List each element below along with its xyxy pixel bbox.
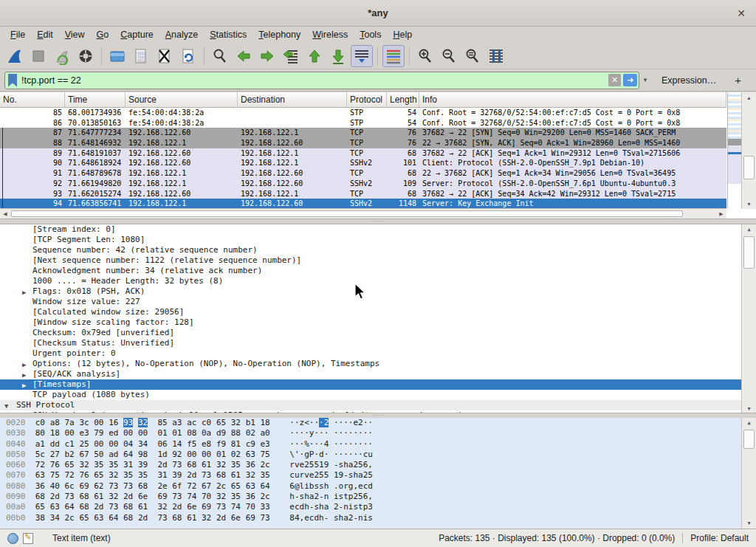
reload-file-icon[interactable] <box>177 45 199 67</box>
packet-row-88[interactable]: 8871.648146932192.168.122.1192.168.122.6… <box>0 138 726 148</box>
detail-line[interactable]: Sequence number: 42 (relative sequence n… <box>0 245 756 255</box>
detail-line[interactable]: ▶Options: (12 bytes), No-Operation (NOP)… <box>0 359 756 369</box>
detail-line[interactable]: 1000 .... = Header Length: 32 bytes (8) <box>0 276 756 286</box>
menu-wireless[interactable]: Wireless <box>306 28 354 41</box>
detail-line[interactable]: ▶[Timestamps] <box>0 379 756 390</box>
status-profile[interactable]: Profile: Default <box>690 533 749 543</box>
detail-line[interactable]: TCP payload (1080 bytes) <box>0 390 756 400</box>
scroll-down-icon[interactable]: ▼ <box>742 518 756 529</box>
menu-view[interactable]: View <box>59 28 91 41</box>
packet-list-vscrollbar[interactable]: ▲ ▼ <box>741 92 756 209</box>
detail-line[interactable]: Window size value: 227 <box>0 297 756 307</box>
hex-row-0070[interactable]: 0070 63 75 72 76 65 32 35 35 31 39 2d 73… <box>0 470 756 481</box>
packet-row-87[interactable]: 8771.647777234192.168.122.60192.168.122.… <box>0 128 726 138</box>
detail-line[interactable]: [Next sequence number: 1122 (relative se… <box>0 255 756 266</box>
resize-columns-icon[interactable] <box>485 45 507 67</box>
restart-capture-icon[interactable] <box>51 45 73 67</box>
go-forward-icon[interactable] <box>256 45 278 67</box>
hex-vscrollbar[interactable]: ▲ ▼ <box>741 418 756 529</box>
scroll-thumb[interactable] <box>743 430 755 449</box>
packet-row-94[interactable]: 9471.663856741192.168.122.1192.168.122.6… <box>0 199 726 209</box>
filter-history-caret-icon[interactable]: ▼ <box>639 77 651 83</box>
menu-capture[interactable]: Capture <box>114 28 159 41</box>
menu-tools[interactable]: Tools <box>354 28 387 41</box>
hscroll-thumb[interactable] <box>11 210 683 217</box>
detail-line[interactable]: [Calculated window size: 29056] <box>0 307 756 317</box>
scroll-down-icon[interactable]: ▼ <box>742 199 756 209</box>
hex-row-00a0[interactable]: 00a0 65 63 64 68 2d 73 68 61 32 2d 6e 69… <box>0 502 756 512</box>
detail-line[interactable]: ▶Flags: 0x018 (PSH, ACK) <box>0 286 756 297</box>
start-capture-icon[interactable] <box>4 45 26 67</box>
zoom-in-icon[interactable] <box>414 45 436 67</box>
detail-line[interactable]: ▼SSH Protocol <box>0 400 756 410</box>
go-last-icon[interactable] <box>327 45 349 67</box>
stop-capture-icon[interactable] <box>27 45 49 67</box>
detail-line[interactable]: [Stream index: 0] <box>0 224 756 235</box>
expand-icon[interactable]: ▶ <box>22 380 26 391</box>
zoom-out-icon[interactable] <box>438 45 460 67</box>
column-header-no[interactable]: No. <box>0 92 65 107</box>
intelligent-scrollbar-minimap[interactable] <box>727 92 741 209</box>
scroll-right-icon[interactable]: ▶ <box>716 209 726 219</box>
packet-row-90[interactable]: 9071.648618924192.168.122.60192.168.122.… <box>0 158 726 168</box>
detail-line[interactable]: [Window size scaling factor: 128] <box>0 317 756 328</box>
packet-row-93[interactable]: 9371.662015274192.168.122.60192.168.122.… <box>0 189 726 199</box>
hex-row-00b0[interactable]: 00b0 38 34 2c 65 63 64 68 2d 73 68 61 32… <box>0 513 756 523</box>
collapse-icon[interactable]: ▼ <box>4 401 8 411</box>
scroll-thumb[interactable] <box>743 156 755 179</box>
auto-scroll-icon[interactable] <box>351 45 373 67</box>
hex-row-0090[interactable]: 0090 68 2d 73 68 61 32 2d 6e 69 73 74 70… <box>0 492 756 502</box>
scroll-up-icon[interactable]: ▲ <box>742 92 756 103</box>
scroll-down-icon[interactable]: ▼ <box>742 404 756 413</box>
scroll-up-icon[interactable]: ▲ <box>742 224 756 235</box>
column-header-destination[interactable]: Destination <box>238 92 347 107</box>
detail-line[interactable]: Urgent pointer: 0 <box>0 348 756 359</box>
menu-statistics[interactable]: Statistics <box>204 28 252 41</box>
packet-row-85[interactable]: 8568.001734936fe:54:00:d4:38:2aSTP54Conf… <box>0 108 726 118</box>
close-icon[interactable]: ✕ <box>734 6 749 21</box>
scroll-left-icon[interactable]: ◀ <box>0 209 10 219</box>
packet-list-hscrollbar[interactable]: ◀ ▶ <box>0 208 726 219</box>
expand-icon[interactable]: ▶ <box>22 359 26 370</box>
detail-line[interactable]: [Checksum Status: Unverified] <box>0 338 756 348</box>
details-vscrollbar[interactable]: ▲ ▼ <box>741 224 756 413</box>
detail-line[interactable]: Checksum: 0x79ed [unverified] <box>0 328 756 338</box>
expand-icon[interactable]: ▶ <box>22 370 26 380</box>
menu-edit[interactable]: Edit <box>31 28 59 41</box>
menu-telephony[interactable]: Telephony <box>252 28 306 41</box>
menu-go[interactable]: Go <box>91 28 115 41</box>
detail-line[interactable]: [TCP Segment Len: 1080] <box>0 235 756 245</box>
hex-row-0080[interactable]: 0080 36 40 6c 69 62 73 73 68 2e 6f 72 67… <box>0 481 756 492</box>
hex-row-0050[interactable]: 0050 5c 27 b2 67 50 ad 64 98 1d 92 00 00… <box>0 450 756 460</box>
packet-row-91[interactable]: 9171.648789678192.168.122.1192.168.122.6… <box>0 168 726 179</box>
display-filter-field[interactable]: ✕ ➜ <box>4 72 639 89</box>
zoom-original-icon[interactable] <box>461 45 484 67</box>
go-first-icon[interactable] <box>303 45 326 67</box>
colorize-icon[interactable] <box>382 45 405 67</box>
menu-help[interactable]: Help <box>387 28 418 41</box>
go-to-packet-icon[interactable] <box>280 45 302 67</box>
scroll-thumb[interactable] <box>743 236 755 269</box>
hex-row-0040[interactable]: 0040 a1 dd c1 25 00 00 04 34 06 14 f5 e8… <box>0 439 756 450</box>
column-header-length[interactable]: Length <box>387 92 419 107</box>
packet-list-header[interactable]: No. Time Source Destination Protocol Len… <box>0 92 726 108</box>
hex-row-0020[interactable]: 0020 c0 a8 7a 3c 00 16 93 32 85 a3 ac c0… <box>0 418 756 428</box>
go-back-icon[interactable] <box>233 45 255 67</box>
packet-row-89[interactable]: 8971.648191037192.168.122.60192.168.122.… <box>0 148 726 159</box>
menu-analyze[interactable]: Analyze <box>159 28 204 41</box>
display-filter-input[interactable] <box>21 75 608 86</box>
column-header-info[interactable]: Info <box>419 92 726 107</box>
column-header-protocol[interactable]: Protocol <box>347 92 387 107</box>
detail-line[interactable]: ▶[SEQ/ACK analysis] <box>0 369 756 379</box>
add-filter-button[interactable]: + <box>730 74 746 86</box>
capture-options-icon[interactable] <box>75 45 97 67</box>
hex-row-0060[interactable]: 0060 72 76 65 32 35 35 31 39 2d 73 68 61… <box>0 460 756 470</box>
expert-info-icon[interactable] <box>7 533 18 544</box>
expression-button[interactable]: Expression… <box>662 75 716 86</box>
scroll-up-icon[interactable]: ▲ <box>742 418 756 428</box>
capture-comment-icon[interactable] <box>23 533 33 544</box>
column-header-source[interactable]: Source <box>126 92 238 107</box>
hex-row-0030[interactable]: 0030 80 18 00 e3 79 ed 00 00 01 01 08 0a… <box>0 428 756 438</box>
column-header-time[interactable]: Time <box>65 92 126 107</box>
expand-icon[interactable]: ▶ <box>22 287 26 297</box>
